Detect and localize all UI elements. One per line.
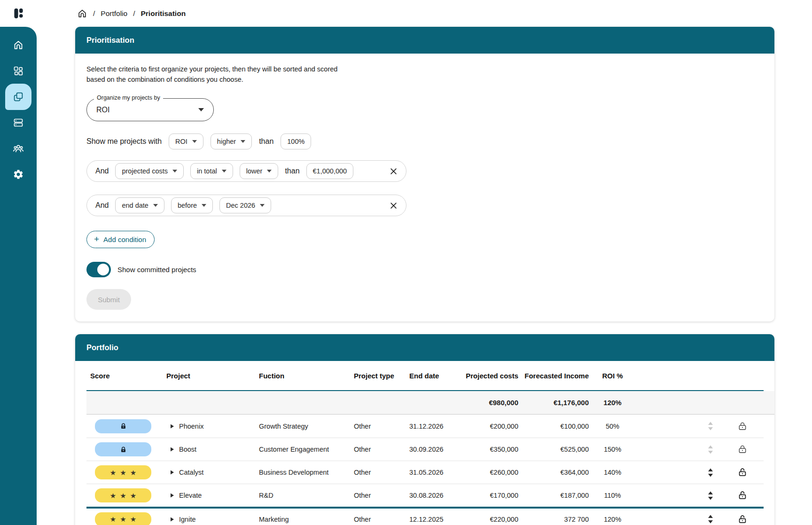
filter-comparator-dropdown[interactable]: higher [211,133,252,149]
table-row: PhoenixGrowth StrategyOther31.12.2026€20… [86,415,764,438]
top-bar: / Portfolio / Prioritisation [0,0,812,27]
lock-closed-icon [737,421,748,431]
add-condition-button[interactable]: + Add condition [86,231,155,248]
chevron-down-icon [192,140,197,143]
condition2-remove-button[interactable] [389,201,398,210]
show-committed-toggle[interactable] [86,262,111,277]
home-icon[interactable] [77,8,87,19]
submit-button[interactable]: Submit [86,289,131,310]
chevron-down-icon [202,204,206,207]
lock-cell [721,421,764,431]
score-stepper[interactable] [708,422,713,431]
project-name: Phoenix [179,423,203,430]
sidebar-item-settings[interactable] [13,169,24,180]
condition1-comparator-dropdown[interactable]: lower [240,163,279,179]
filter-comparator-value: higher [217,138,236,145]
star-icon: ★ [110,469,116,476]
chevron-down-icon [222,170,226,172]
function-cell: Marketing [259,516,354,523]
row-lock-open-button[interactable] [737,490,748,501]
sidebar-item-projects[interactable] [13,91,24,102]
condition2-comparator-dropdown[interactable]: before [171,197,213,213]
function-cell: Customer Engagement [259,446,354,453]
sidebar-item-dashboard[interactable] [13,65,24,77]
expand-row-button[interactable] [170,423,174,429]
portfolio-table-body: PhoenixGrowth StrategyOther31.12.2026€20… [86,415,764,525]
gear-icon [13,169,24,180]
expand-row-button[interactable] [170,517,174,522]
column-header-forecasted-income: Forecasted Income [522,372,593,380]
expand-row-button[interactable] [170,470,174,475]
end-date-cell: 31.05.2026 [409,469,461,476]
lock-cell [721,514,764,525]
score-cell [86,419,166,433]
expand-row-button[interactable] [170,493,174,498]
summary-projected-costs: €980,000 [461,399,522,407]
end-date-cell: 30.08.2026 [409,492,461,499]
star-icon: ★ [110,516,116,523]
score-stepper[interactable] [708,515,713,524]
stepper-cell [700,468,721,477]
projects-icon [13,91,24,102]
stepper-cell [700,491,721,500]
stepper-arrows-icon [708,491,713,500]
table-row: ★★★IgniteMarketingOther12.12.2025€220,00… [86,507,764,525]
chevron-down-icon [172,170,177,172]
breadcrumb-portfolio[interactable]: Portfolio [101,9,127,18]
project-name: Catalyst [179,469,203,476]
filter-value-input[interactable]: 100% [281,133,311,149]
score-stepper[interactable] [708,468,713,477]
organize-by-value: ROI [96,106,109,114]
main-content: Prioritisation Select the criteria to fi… [75,27,774,525]
score-cell: ★★★ [86,465,166,479]
column-header-roi: ROI % [593,372,632,380]
forecasted-income-cell: €364,000 [522,469,593,476]
condition-row-2: And end date before Dec 2026 [86,195,406,216]
row-lock-open-button[interactable] [737,514,748,525]
sidebar-item-home[interactable] [13,39,24,51]
condition1-than-text: than [285,167,299,175]
project-cell: Boost [166,446,259,453]
project-type-cell: Other [354,469,409,476]
end-date-cell: 30.09.2026 [409,446,461,453]
star-icon: ★ [120,492,126,499]
score-cell: ★★★ [86,488,166,502]
summary-roi: 120% [593,399,632,407]
condition2-comparator-value: before [178,202,197,209]
expand-arrow-icon [170,447,174,452]
star-icon: ★ [110,492,116,499]
condition-row-1: And projected costs in total lower than … [86,160,406,182]
condition2-value-dropdown[interactable]: Dec 2026 [219,197,271,213]
row-lock-open-button[interactable] [737,467,748,478]
lock-cell [721,467,764,478]
prioritisation-description: Select the criteria to first organize yo… [86,64,343,85]
condition1-field-value: projected costs [122,167,168,175]
project-name: Elevate [179,492,202,499]
sidebar-item-storage[interactable] [13,117,24,128]
condition1-remove-button[interactable] [389,167,398,176]
table-row: ★★★CatalystBusiness DevelopmentOther31.0… [86,461,764,484]
team-icon [13,143,24,154]
column-header-end-date: End date [409,372,461,380]
add-condition-label: Add condition [103,235,146,243]
organize-by-select[interactable]: Organize my projects by ROI [86,98,214,121]
stepper-arrows-icon [708,515,713,524]
breadcrumb-separator: / [93,9,95,18]
column-header-project-type: Project type [354,372,409,380]
expand-row-button[interactable] [170,447,174,452]
filter-field-dropdown[interactable]: ROI [169,133,203,149]
toggle-knob [97,264,109,275]
row-lock-closed-button[interactable] [737,421,748,431]
score-lock-badge [95,442,151,456]
row-lock-closed-button[interactable] [737,444,748,454]
condition1-field-dropdown[interactable]: projected costs [115,163,184,179]
condition1-aggregation-dropdown[interactable]: in total [190,163,233,179]
forecasted-income-cell: €525,000 [522,446,593,453]
condition2-field-dropdown[interactable]: end date [115,197,164,213]
condition-connector-text: And [95,201,109,210]
score-stepper[interactable] [708,445,713,454]
score-stepper[interactable] [708,491,713,500]
condition1-value-input[interactable]: €1,000,000 [306,163,354,179]
sidebar-item-team[interactable] [13,143,24,154]
project-type-cell: Other [354,492,409,499]
